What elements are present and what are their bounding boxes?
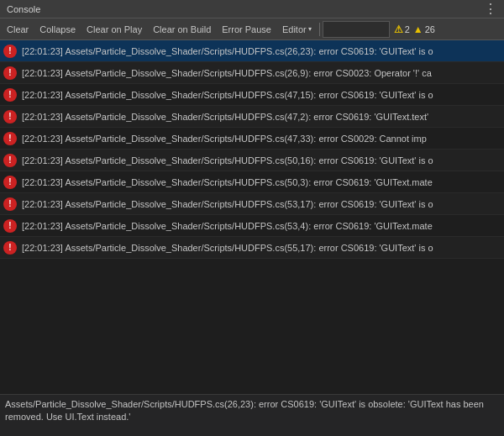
collapse-button[interactable]: Collapse bbox=[34, 20, 81, 39]
clear-on-play-button[interactable]: Clear on Play bbox=[81, 20, 147, 39]
table-row[interactable]: ![22:01:23] Assets/Particle_Dissolve_Sha… bbox=[0, 150, 504, 171]
log-message: [22:01:23] Assets/Particle_Dissolve_Shad… bbox=[22, 134, 501, 144]
title-menu-icon[interactable]: ⋮ bbox=[484, 1, 497, 17]
error-icon: ! bbox=[3, 176, 17, 189]
error-icon: ! bbox=[3, 110, 17, 123]
error-badge[interactable]: ▲ 26 bbox=[413, 24, 435, 35]
log-message: [22:01:23] Assets/Particle_Dissolve_Shad… bbox=[22, 46, 501, 56]
warning-count: 2 bbox=[405, 24, 410, 34]
table-row[interactable]: ![22:01:23] Assets/Particle_Dissolve_Sha… bbox=[0, 62, 504, 84]
log-message: [22:01:23] Assets/Particle_Dissolve_Shad… bbox=[22, 155, 501, 165]
table-row[interactable]: ![22:01:23] Assets/Particle_Dissolve_Sha… bbox=[0, 237, 504, 259]
warning-icon: ⚠ bbox=[394, 24, 403, 35]
error-icon: ! bbox=[3, 45, 17, 58]
error-icon: ! bbox=[3, 197, 17, 211]
log-message: [22:01:23] Assets/Particle_Dissolve_Shad… bbox=[22, 68, 501, 78]
log-message: [22:01:23] Assets/Particle_Dissolve_Shad… bbox=[22, 243, 501, 253]
console-title: Console bbox=[7, 4, 40, 14]
search-input[interactable] bbox=[323, 21, 390, 38]
table-row[interactable]: ![22:01:23] Assets/Particle_Dissolve_Sha… bbox=[0, 40, 504, 62]
table-row[interactable]: ![22:01:23] Assets/Particle_Dissolve_Sha… bbox=[0, 171, 504, 193]
kebab-icon: ⋮ bbox=[484, 2, 497, 16]
toolbar: Clear Collapse Clear on Play Clear on Bu… bbox=[0, 18, 504, 40]
status-bar: Assets/Particle_Dissolve_Shader/Scripts/… bbox=[0, 394, 504, 436]
toolbar-divider bbox=[319, 23, 320, 36]
table-row[interactable]: ![22:01:23] Assets/Particle_Dissolve_Sha… bbox=[0, 84, 504, 106]
badge-area: ⚠ 2 ▲ 26 bbox=[394, 24, 435, 35]
warning-badge[interactable]: ⚠ 2 bbox=[394, 24, 410, 35]
chevron-down-icon: ▾ bbox=[308, 25, 312, 33]
log-message: [22:01:23] Assets/Particle_Dissolve_Shad… bbox=[22, 199, 501, 209]
error-icon: ! bbox=[3, 154, 17, 167]
error-icon: ! bbox=[3, 241, 17, 255]
table-row[interactable]: ![22:01:23] Assets/Particle_Dissolve_Sha… bbox=[0, 215, 504, 237]
table-row[interactable]: ![22:01:23] Assets/Particle_Dissolve_Sha… bbox=[0, 193, 504, 215]
log-area: ![22:01:23] Assets/Particle_Dissolve_Sha… bbox=[0, 40, 504, 394]
error-pause-button[interactable]: Error Pause bbox=[217, 20, 276, 39]
log-message: [22:01:23] Assets/Particle_Dissolve_Shad… bbox=[22, 221, 501, 231]
error-icon: ! bbox=[3, 88, 17, 102]
log-message: [22:01:23] Assets/Particle_Dissolve_Shad… bbox=[22, 112, 501, 122]
error-count: 26 bbox=[425, 24, 435, 34]
table-row[interactable]: ![22:01:23] Assets/Particle_Dissolve_Sha… bbox=[0, 128, 504, 150]
table-row[interactable]: ![22:01:23] Assets/Particle_Dissolve_Sha… bbox=[0, 106, 504, 128]
clear-button[interactable]: Clear bbox=[2, 20, 34, 39]
log-message: [22:01:23] Assets/Particle_Dissolve_Shad… bbox=[22, 177, 501, 187]
editor-dropdown-button[interactable]: Editor ▾ bbox=[277, 20, 317, 39]
error-icon: ! bbox=[3, 219, 17, 233]
title-bar: Console ⋮ bbox=[0, 0, 504, 18]
error-icon-badge: ▲ bbox=[413, 24, 423, 35]
error-icon: ! bbox=[3, 132, 17, 145]
status-text: Assets/Particle_Dissolve_Shader/Scripts/… bbox=[5, 399, 484, 422]
error-icon: ! bbox=[3, 66, 17, 80]
clear-on-build-button[interactable]: Clear on Build bbox=[148, 20, 216, 39]
log-message: [22:01:23] Assets/Particle_Dissolve_Shad… bbox=[22, 90, 501, 100]
